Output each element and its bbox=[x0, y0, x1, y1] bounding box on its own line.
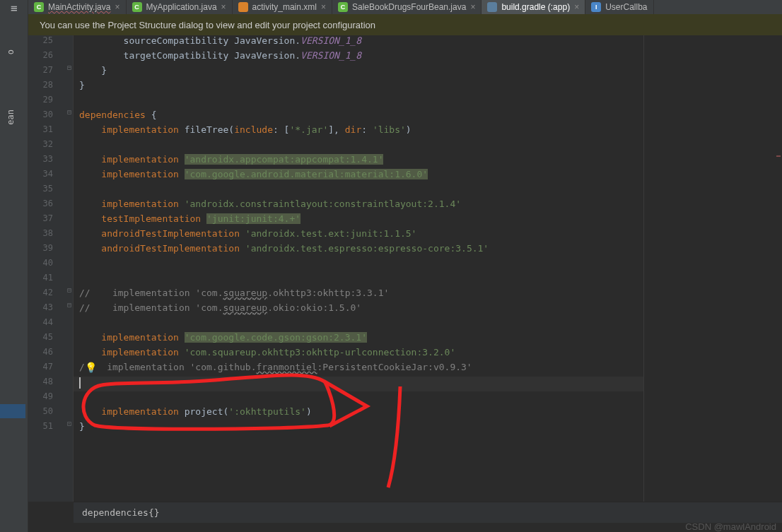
tab-label: SaleBookDrugsFourBean.java bbox=[352, 2, 466, 12]
file-icon: C bbox=[132, 2, 142, 12]
code-line-28[interactable]: } bbox=[79, 80, 643, 95]
gutter: 2526272829303132333435363738394041424344… bbox=[28, 35, 74, 502]
line-number: 29 bbox=[32, 95, 53, 105]
tab-label: activity_main.xml bbox=[252, 2, 317, 12]
line-number: 51 bbox=[32, 421, 53, 431]
right-sidebar bbox=[643, 35, 782, 502]
code-line-50[interactable]: implementation project(':okhttputils') bbox=[79, 406, 643, 421]
code-line-48[interactable] bbox=[74, 377, 643, 391]
line-number: 46 bbox=[32, 347, 53, 357]
fold-icon[interactable]: ⊡ bbox=[67, 420, 71, 427]
close-icon[interactable]: × bbox=[321, 2, 326, 12]
watermark: CSDN @mawlAndroid bbox=[685, 521, 776, 532]
tab-0[interactable]: CMainActivity.java× bbox=[28, 0, 127, 14]
code-line-46[interactable]: implementation 'com.squareup.okhttp3:okh… bbox=[79, 347, 643, 362]
code-line-25[interactable]: sourceCompatibility JavaVersion.VERSION_… bbox=[79, 35, 643, 50]
close-icon[interactable]: × bbox=[221, 2, 226, 12]
code-line-38[interactable]: androidTestImplementation 'androidx.test… bbox=[79, 228, 643, 243]
close-icon[interactable]: × bbox=[115, 2, 119, 12]
sidebar-selection bbox=[0, 404, 25, 418]
tab-3[interactable]: CSaleBookDrugsFourBean.java× bbox=[332, 0, 482, 14]
line-number: 41 bbox=[32, 273, 53, 283]
line-number: 49 bbox=[32, 391, 53, 401]
line-number: 26 bbox=[32, 50, 53, 60]
tab-5[interactable]: IUserCallba bbox=[585, 0, 653, 14]
code-line-43[interactable]: // implementation 'com.squareup.okio:oki… bbox=[79, 302, 643, 317]
line-number: 40 bbox=[32, 258, 53, 268]
fold-icon[interactable]: ⊟ bbox=[67, 64, 71, 71]
line-number: 32 bbox=[32, 139, 53, 149]
line-number: 33 bbox=[32, 154, 53, 164]
line-number: 27 bbox=[32, 65, 53, 75]
line-number: 48 bbox=[32, 377, 53, 386]
file-icon bbox=[487, 2, 497, 12]
code-line-34[interactable]: implementation 'com.google.android.mater… bbox=[79, 169, 643, 184]
sidebar-clip-text2: ean bbox=[6, 110, 16, 125]
line-number: 47 bbox=[32, 362, 53, 372]
sidebar-clip-text: o bbox=[6, 49, 16, 54]
code-line-51[interactable]: } bbox=[79, 421, 643, 436]
tab-label: MainActivity.java bbox=[48, 2, 110, 12]
line-number: 28 bbox=[32, 80, 53, 90]
line-number: 35 bbox=[32, 184, 53, 194]
line-number: 45 bbox=[32, 332, 53, 342]
line-number: 34 bbox=[32, 169, 53, 179]
line-number: 38 bbox=[32, 228, 53, 238]
intention-bulb-icon[interactable]: 💡 bbox=[85, 362, 97, 373]
code-editor[interactable]: sourceCompatibility JavaVersion.VERSION_… bbox=[74, 35, 643, 502]
line-number: 25 bbox=[32, 35, 53, 45]
code-line-45[interactable]: implementation 'com.google.code.gson:gso… bbox=[79, 332, 643, 347]
project-sidebar-stub: ≡ o ean bbox=[0, 0, 28, 532]
code-line-47[interactable]: / implementation 'com.github.franmontiel… bbox=[79, 362, 643, 377]
line-number: 43 bbox=[32, 302, 53, 312]
tab-label: MyApplication.java bbox=[146, 2, 217, 12]
file-icon: C bbox=[34, 2, 44, 12]
fold-icon[interactable]: ⊟ bbox=[67, 286, 71, 294]
code-line-30[interactable]: dependencies { bbox=[79, 110, 643, 124]
line-number: 39 bbox=[32, 243, 53, 253]
notice-text: You can use the Project Structure dialog… bbox=[40, 20, 375, 30]
close-icon[interactable]: × bbox=[470, 2, 475, 12]
code-line-37[interactable]: testImplementation 'junit:junit:4.+' bbox=[79, 213, 643, 228]
code-line-42[interactable]: // implementation 'com.squareup.okhttp3:… bbox=[79, 288, 643, 302]
editor-tabs: CMainActivity.java×CMyApplication.java×a… bbox=[28, 0, 782, 14]
line-number: 30 bbox=[32, 110, 53, 119]
line-number: 36 bbox=[32, 199, 53, 208]
hamburger-icon[interactable]: ≡ bbox=[11, 1, 18, 15]
line-number: 31 bbox=[32, 124, 53, 134]
tab-2[interactable]: activity_main.xml× bbox=[233, 0, 332, 14]
tab-4[interactable]: build.gradle (:app)× bbox=[482, 0, 585, 14]
tab-1[interactable]: CMyApplication.java× bbox=[127, 0, 233, 14]
line-number: 42 bbox=[32, 288, 53, 297]
breadcrumb[interactable]: dependencies{} bbox=[74, 502, 782, 523]
line-number: 44 bbox=[32, 317, 53, 327]
line-number: 50 bbox=[32, 406, 53, 416]
code-line-36[interactable]: implementation 'androidx.constraintlayou… bbox=[79, 199, 643, 213]
code-line-39[interactable]: androidTestImplementation 'androidx.test… bbox=[79, 243, 643, 258]
line-number: 37 bbox=[32, 213, 53, 223]
tab-label: build.gradle (:app) bbox=[501, 2, 570, 12]
fold-icon[interactable]: ⊟ bbox=[67, 301, 71, 309]
code-line-26[interactable]: targetCompatibility JavaVersion.VERSION_… bbox=[79, 50, 643, 65]
file-icon: C bbox=[338, 2, 348, 12]
close-icon[interactable]: × bbox=[574, 2, 579, 12]
fold-icon[interactable]: ⊟ bbox=[67, 108, 71, 116]
code-line-31[interactable]: implementation fileTree(include: ['*.jar… bbox=[79, 124, 643, 139]
file-icon: I bbox=[591, 2, 601, 12]
file-icon bbox=[238, 2, 248, 12]
code-line-33[interactable]: implementation 'androidx.appcompat:appco… bbox=[79, 154, 643, 169]
project-structure-notice[interactable]: You can use the Project Structure dialog… bbox=[28, 14, 782, 35]
tab-label: UserCallba bbox=[605, 2, 647, 12]
error-stripe[interactable] bbox=[776, 155, 781, 157]
code-line-27[interactable]: } bbox=[79, 65, 643, 80]
breadcrumb-text: dependencies{} bbox=[82, 507, 160, 518]
